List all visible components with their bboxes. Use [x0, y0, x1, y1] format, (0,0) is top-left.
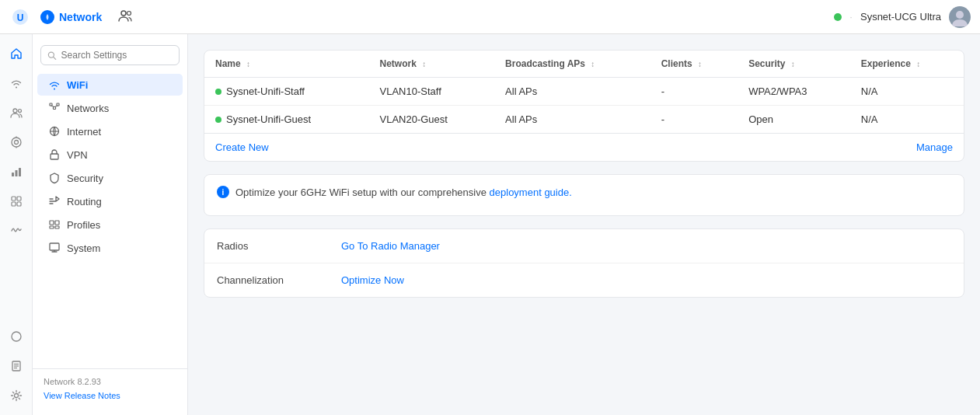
nav-item-vpn[interactable]: VPN [37, 144, 183, 166]
svg-rect-40 [50, 243, 59, 250]
device-name: Sysnet-UCG Ultra [860, 11, 941, 23]
sort-experience-icon: ↕ [916, 60, 920, 68]
topbar-right: · Sysnet-UCG Ultra [834, 6, 971, 28]
nav-label-networks: Networks [67, 103, 109, 114]
info-icon: i [217, 186, 229, 198]
nav-sidebar: WiFi Networks Internet VPN Security [33, 34, 188, 415]
radio-manager-link[interactable]: Go To Radio Manager [341, 240, 440, 252]
svg-point-25 [14, 394, 18, 398]
svg-point-10 [14, 141, 18, 145]
nav-item-wifi[interactable]: WiFi [37, 74, 183, 96]
user-avatar[interactable] [949, 6, 971, 28]
svg-rect-17 [17, 197, 21, 201]
nav-label-security: Security [67, 173, 103, 184]
topbar-app-section: Network [40, 10, 102, 24]
svg-line-31 [51, 106, 55, 107]
nav-item-security[interactable]: Security [37, 167, 183, 189]
status-dot-1 [215, 89, 221, 95]
svg-line-32 [54, 106, 58, 107]
sort-name-icon: ↕ [246, 60, 250, 68]
sidebar-icon-groups[interactable] [3, 188, 30, 214]
nav-item-profiles[interactable]: Profiles [37, 214, 183, 235]
col-clients[interactable]: Clients ↕ [650, 51, 738, 78]
svg-rect-19 [17, 202, 21, 206]
table-row[interactable]: Sysnet-Unifi-Staff VLAN10-Staff All APs … [204, 78, 964, 106]
svg-line-27 [54, 57, 56, 59]
cell-network-2: VLAN20-Guest [369, 106, 495, 134]
sidebar-icon-target[interactable] [3, 129, 30, 155]
nav-item-system[interactable]: System [37, 237, 183, 259]
svg-rect-36 [50, 221, 54, 225]
sidebar-icon-gear[interactable] [3, 382, 30, 409]
sidebar-icon-circle[interactable] [3, 323, 30, 350]
col-network[interactable]: Network ↕ [369, 51, 495, 78]
nav-label-internet: Internet [67, 126, 101, 138]
svg-point-3 [121, 11, 126, 16]
cell-experience-1: N/A [850, 78, 964, 106]
cell-aps-2: All APs [494, 106, 650, 134]
cell-network-1: VLAN10-Staff [369, 78, 495, 106]
search-input[interactable] [61, 50, 173, 61]
svg-rect-35 [51, 154, 58, 159]
sort-broadcasting-icon: ↕ [591, 60, 595, 68]
col-security[interactable]: Security ↕ [738, 51, 850, 78]
status-indicator [834, 13, 842, 21]
nav-icon-internet [48, 125, 61, 138]
sidebar-icon-wave[interactable] [3, 218, 30, 244]
nav-icon-routing [48, 195, 61, 208]
nav-icon-networks [48, 102, 61, 114]
nav-label-wifi: WiFi [67, 79, 88, 91]
cell-security-2: Open [738, 106, 850, 134]
col-experience[interactable]: Experience ↕ [850, 51, 964, 78]
topbar-divider: · [849, 11, 853, 23]
svg-point-20 [12, 332, 21, 341]
svg-rect-39 [55, 226, 59, 228]
col-broadcasting[interactable]: Broadcasting APs ↕ [494, 51, 650, 78]
cell-experience-2: N/A [850, 106, 964, 134]
nav-label-routing: Routing [67, 196, 102, 208]
deployment-guide-link[interactable]: deployment guide. [490, 187, 572, 198]
manage-button[interactable]: Manage [916, 141, 953, 153]
svg-point-9 [12, 138, 21, 147]
cell-name-2: Sysnet-Unifi-Guest [204, 106, 369, 134]
main-layout: WiFi Networks Internet VPN Security [0, 34, 980, 415]
info-row: i Optimize your 6GHz WiFi setup with our… [217, 186, 951, 198]
sidebar-icon-notes[interactable] [3, 353, 30, 379]
svg-point-6 [956, 11, 964, 19]
version-text: Network 8.2.93 [44, 377, 176, 386]
sidebar-icon-users[interactable] [3, 99, 30, 126]
optimize-now-link[interactable]: Optimize Now [341, 274, 404, 286]
table-row[interactable]: Sysnet-Unifi-Guest VLAN20-Guest All APs … [204, 106, 964, 134]
svg-point-4 [127, 12, 131, 16]
svg-rect-15 [19, 168, 21, 176]
svg-rect-37 [55, 221, 59, 225]
status-dot-2 [215, 117, 221, 123]
search-box[interactable] [40, 45, 180, 65]
cell-clients-1: - [650, 78, 738, 106]
info-text: Optimize your 6GHz WiFi setup with our c… [235, 187, 572, 198]
svg-point-8 [18, 110, 21, 113]
create-new-button[interactable]: Create New [215, 141, 269, 153]
col-name[interactable]: Name ↕ [204, 51, 369, 78]
nav-item-networks[interactable]: Networks [37, 97, 183, 119]
nav-footer: Network 8.2.93 View Release Notes [33, 368, 187, 409]
nav-item-routing[interactable]: Routing [37, 190, 183, 212]
sidebar-icon-home[interactable] [3, 40, 30, 67]
app-logo: U [9, 6, 31, 28]
sort-network-icon: ↕ [422, 60, 426, 68]
settings-row-radios: Radios Go To Radio Manager [204, 229, 964, 263]
topbar: U Network · Sysnet-UCG Ultra [0, 0, 980, 34]
table-actions: Create New Manage [204, 133, 964, 161]
nav-item-internet[interactable]: Internet [37, 120, 183, 142]
svg-point-7 [13, 109, 17, 113]
sort-clients-icon: ↕ [698, 60, 702, 68]
topbar-users-icon[interactable] [117, 8, 133, 26]
nav-icon-security [48, 172, 61, 184]
sidebar-icon-stats[interactable] [3, 159, 30, 185]
sidebar-icon-wifi[interactable] [3, 70, 30, 96]
svg-rect-30 [57, 103, 59, 106]
svg-rect-28 [50, 103, 52, 106]
release-notes-link[interactable]: View Release Notes [44, 391, 120, 400]
nav-icon-profiles [48, 218, 61, 231]
nav-label-system: System [67, 242, 100, 254]
